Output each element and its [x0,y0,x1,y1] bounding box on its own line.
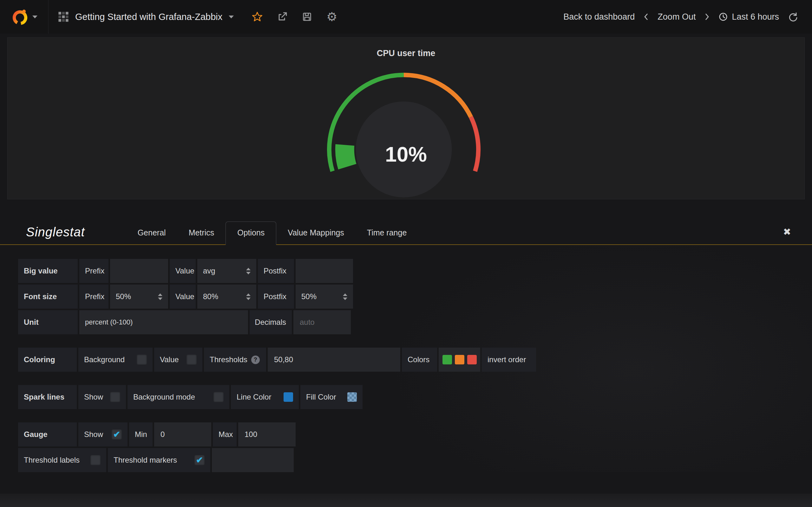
chevron-right-icon [705,13,710,21]
coloring-background-option: Background ✔ [78,348,153,372]
close-editor-button[interactable]: ✖ [783,226,791,244]
value-label: Value [170,259,196,283]
fill-color-overlay [347,392,357,402]
postfix-label: Postfix [258,259,294,283]
color-swatches-cell [439,348,480,372]
refresh-icon [788,12,798,22]
thresholds-input-cell [268,348,400,372]
chevron-down-icon [32,15,38,18]
tab-general[interactable]: General [126,222,177,244]
top-navbar: Getting Started with Grafana-Zabbix ⚙ Ba… [0,0,812,34]
navbar-right: Back to dashboard Zoom Out Last 6 hours [563,12,812,22]
coloring-row: Coloring Background ✔ Value ✔ Thresholds… [18,348,812,372]
line-color-option: Line Color [231,385,299,409]
time-range-label: Last 6 hours [732,12,779,22]
thresholds-label: Thresholds ? [204,348,266,372]
background-checkbox[interactable]: ✔ [137,354,147,365]
unit-select[interactable]: percent (0-100) [79,310,248,334]
gauge-max-input[interactable] [244,430,290,439]
editor-bottom-strip [0,494,812,507]
spark-show-checkbox[interactable]: ✔ [110,392,120,402]
big-value-prefix-input[interactable] [116,266,162,276]
value-stat-select[interactable]: avg [197,259,256,283]
orange-color-swatch[interactable] [455,355,464,364]
dashboard-grid-icon [58,11,69,22]
panel-editor-header: Singlestat General Metrics Options Value… [0,222,812,245]
gauge-min-input[interactable] [160,430,206,439]
min-label: Min [129,422,153,447]
value-size-select[interactable]: 80% [197,285,256,308]
check-icon: ✔ [196,456,203,464]
big-value-postfix-input[interactable] [301,266,347,276]
font-size-row: Font size Prefix 50% Value 80% Postfix 5… [18,285,812,308]
postfix-size-select[interactable]: 50% [296,285,353,308]
back-to-dashboard-button[interactable]: Back to dashboard [563,12,635,22]
max-input-cell [238,422,296,447]
chevron-left-icon [644,13,649,21]
big-value-label: Big value [18,259,78,283]
green-color-swatch[interactable] [443,355,452,364]
spark-show-option: Show ✔ [78,385,126,409]
time-shift-left-button[interactable] [644,13,649,21]
refresh-button[interactable] [788,12,798,22]
prefix-input-cell [110,259,168,283]
gauge-show-option: Show ✔ [78,422,128,447]
threshold-markers-checkbox[interactable]: ✔ [194,455,205,465]
grafana-logo-icon [11,8,29,26]
postfix-input-cell [296,259,353,283]
spark-lines-row: Spark lines Show ✔ Background mode ✔ Lin… [18,385,812,409]
min-input-cell [154,422,211,447]
star-icon [252,11,263,22]
coloring-value-option: Value ✔ [154,348,202,372]
value-label: Value [170,285,196,308]
gear-icon: ⚙ [326,11,337,23]
time-shift-right-button[interactable] [705,13,710,21]
zoom-out-button[interactable]: Zoom Out [658,12,696,22]
red-color-swatch[interactable] [467,355,477,364]
panel-type-title: Singlestat [26,225,85,244]
help-icon[interactable]: ? [251,355,260,364]
colors-label: Colors [402,348,437,372]
check-icon: ✔ [113,430,120,439]
gauge-chart [8,38,804,199]
invert-order-button[interactable]: invert order [482,348,536,372]
share-icon [277,11,288,22]
select-spinner-icon [158,293,162,300]
prefix-size-select[interactable]: 50% [110,285,168,308]
threshold-labels-checkbox[interactable]: ✔ [90,455,101,465]
fill-color-option: Fill Color [300,385,362,409]
prefix-label: Prefix [79,259,108,283]
editor-tabs: General Metrics Options Value Mappings T… [126,222,418,244]
chevron-down-icon [229,15,234,18]
share-button[interactable] [277,11,288,22]
singlestat-panel: CPU user time 10% [7,38,805,199]
tab-time-range[interactable]: Time range [356,222,418,244]
big-value-row: Big value Prefix Value avg Postfix [18,259,812,283]
thresholds-input[interactable] [273,355,395,364]
gauge-label: Gauge [18,422,77,447]
grafana-logo-menu[interactable] [0,0,49,34]
gauge-show-checkbox[interactable]: ✔ [112,429,122,440]
line-color-swatch[interactable] [284,392,293,402]
settings-button[interactable]: ⚙ [326,11,337,23]
dashboard-title: Getting Started with Grafana-Zabbix [75,12,222,22]
fill-color-swatch[interactable] [347,392,357,402]
dashboard-picker[interactable]: Getting Started with Grafana-Zabbix [49,0,243,34]
value-checkbox[interactable]: ✔ [187,354,197,365]
empty-cell [212,448,294,472]
save-icon [302,11,312,22]
clock-icon [718,12,728,21]
time-picker-button[interactable]: Last 6 hours [718,12,779,22]
background-mode-checkbox[interactable]: ✔ [213,392,223,402]
tab-metrics[interactable]: Metrics [177,222,226,244]
threshold-labels-option: Threshold labels ✔ [18,448,106,472]
decimals-input[interactable] [299,318,345,327]
font-size-label: Font size [18,285,78,308]
postfix-label: Postfix [258,285,294,308]
decimals-input-cell [293,310,351,334]
save-button[interactable] [302,11,312,22]
tab-value-mappings[interactable]: Value Mappings [276,222,355,244]
spark-background-mode-option: Background mode ✔ [128,385,229,409]
tab-options[interactable]: Options [225,222,276,245]
star-button[interactable] [252,11,263,22]
